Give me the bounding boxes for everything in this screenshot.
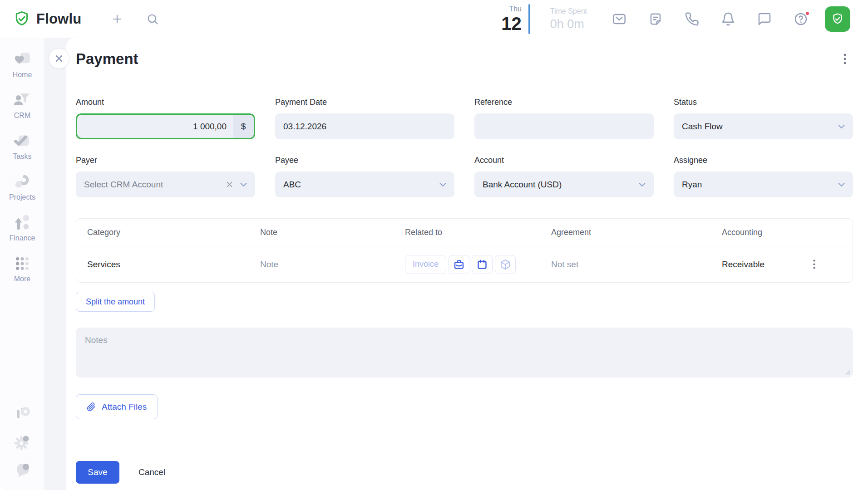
payee-value: ABC bbox=[283, 180, 301, 190]
page-title: Payment bbox=[76, 50, 138, 68]
agreement-cell[interactable]: Not set bbox=[551, 260, 722, 270]
payer-select[interactable]: Select CRM Account bbox=[76, 172, 255, 197]
calendar-day-widget[interactable]: Thu 12 bbox=[501, 5, 522, 33]
projects-icon bbox=[12, 172, 33, 192]
invoice-link-button[interactable]: Invoice bbox=[405, 255, 446, 274]
chat-icon[interactable] bbox=[757, 11, 772, 27]
form-footer: Save Cancel bbox=[66, 454, 868, 490]
status-label: Status bbox=[674, 98, 853, 107]
amount-label: Amount bbox=[76, 98, 255, 107]
payment-panel: Payment Amount Payment Date Reference St… bbox=[66, 38, 868, 490]
day-divider bbox=[528, 4, 530, 34]
sidebar-item-more[interactable]: More bbox=[0, 248, 44, 289]
table-row: Services Note Invoice bbox=[76, 246, 853, 282]
payment-date-label: Payment Date bbox=[275, 98, 454, 107]
weekday-label: Thu bbox=[501, 5, 522, 13]
payer-placeholder: Select CRM Account bbox=[84, 180, 163, 190]
brand-name: Flowlu bbox=[36, 11, 81, 27]
chevron-down-icon bbox=[639, 182, 646, 187]
status-select[interactable]: Cash Flow bbox=[674, 113, 853, 139]
workspace: Payment Amount Payment Date Reference St… bbox=[45, 38, 868, 490]
chevron-down-icon bbox=[240, 182, 247, 187]
clear-icon[interactable] bbox=[227, 181, 232, 187]
sidebar-label-projects: Projects bbox=[9, 193, 35, 201]
feedback-bubble-icon[interactable] bbox=[13, 460, 33, 480]
payment-date-input[interactable] bbox=[283, 122, 446, 132]
briefcase-icon bbox=[454, 259, 464, 270]
reference-label: Reference bbox=[474, 98, 654, 107]
chevron-down-icon bbox=[439, 182, 446, 187]
attach-files-button[interactable]: Attach Files bbox=[76, 394, 158, 419]
tasks-icon bbox=[12, 131, 33, 152]
app-frame: Flowlu Thu 12 Time Spent 0h 0m bbox=[0, 0, 868, 490]
payment-items-table: Category Note Related to Agreement Accou… bbox=[76, 218, 853, 283]
avatar-shield-icon bbox=[830, 12, 845, 26]
cancel-button[interactable]: Cancel bbox=[138, 467, 165, 477]
apps-brand-icon[interactable] bbox=[13, 404, 33, 424]
account-select[interactable]: Bank Account (USD) bbox=[474, 172, 654, 197]
assignee-value: Ryan bbox=[682, 180, 702, 190]
sidebar-item-finance[interactable]: Finance bbox=[0, 207, 44, 248]
sidebar-item-home[interactable]: Home bbox=[0, 44, 44, 84]
split-amount-button[interactable]: Split the amount bbox=[76, 292, 155, 312]
sidebar-label-tasks: Tasks bbox=[13, 152, 32, 161]
notes-textarea[interactable] bbox=[76, 328, 853, 377]
phone-icon[interactable] bbox=[684, 11, 700, 27]
sidebar-label-crm: CRM bbox=[14, 112, 30, 120]
panel-kebab-menu-icon[interactable] bbox=[837, 51, 853, 67]
bell-icon[interactable] bbox=[720, 11, 736, 27]
time-spent-widget[interactable]: Time Spent 0h 0m bbox=[550, 8, 587, 30]
chevron-down-icon bbox=[838, 124, 845, 129]
sidebar-label-more: More bbox=[14, 275, 30, 283]
col-header-category: Category bbox=[76, 228, 260, 237]
row-kebab-menu-icon[interactable] bbox=[807, 258, 821, 271]
flowlu-logo[interactable]: Flowlu bbox=[13, 10, 81, 28]
close-button[interactable] bbox=[49, 48, 69, 69]
col-header-agreement: Agreement bbox=[551, 228, 722, 237]
payer-label: Payer bbox=[76, 156, 255, 165]
create-plus-icon[interactable] bbox=[109, 11, 125, 27]
settings-gear-icon[interactable] bbox=[13, 432, 33, 452]
accounting-cell[interactable]: Receivable bbox=[722, 260, 775, 270]
col-header-related-to: Related to bbox=[405, 228, 551, 237]
save-button[interactable]: Save bbox=[76, 461, 119, 484]
sidebar-item-tasks[interactable]: Tasks bbox=[0, 125, 44, 166]
close-icon bbox=[55, 54, 63, 63]
related-to-cell: Invoice bbox=[405, 255, 551, 274]
top-header: Flowlu Thu 12 Time Spent 0h 0m bbox=[0, 0, 868, 38]
notes-icon[interactable] bbox=[648, 11, 663, 27]
time-spent-value: 0h 0m bbox=[550, 18, 587, 30]
col-header-note: Note bbox=[260, 228, 405, 237]
status-value: Cash Flow bbox=[682, 122, 723, 132]
mail-icon[interactable] bbox=[612, 11, 627, 27]
assignee-select[interactable]: Ryan bbox=[674, 172, 853, 197]
calendar-button[interactable] bbox=[472, 255, 493, 274]
amount-field: $ bbox=[76, 113, 255, 139]
briefcase-button[interactable] bbox=[449, 255, 469, 274]
more-icon bbox=[12, 253, 33, 274]
sidebar-item-crm[interactable]: CRM bbox=[0, 84, 44, 125]
product-cube-button[interactable] bbox=[495, 255, 516, 274]
search-icon[interactable] bbox=[145, 11, 160, 27]
account-value: Bank Account (USD) bbox=[483, 180, 562, 190]
help-icon[interactable] bbox=[793, 11, 809, 27]
reference-input[interactable] bbox=[483, 122, 646, 132]
help-notification-dot bbox=[805, 11, 810, 16]
finance-icon bbox=[12, 212, 33, 233]
time-spent-label: Time Spent bbox=[550, 8, 587, 15]
attach-files-label: Attach Files bbox=[102, 402, 147, 412]
home-icon bbox=[12, 49, 33, 70]
paperclip-icon bbox=[87, 402, 96, 412]
col-header-accounting: Accounting bbox=[722, 228, 775, 237]
sidebar: Home CRM Tasks bbox=[0, 38, 45, 490]
payee-select[interactable]: ABC bbox=[275, 172, 454, 197]
assignee-label: Assignee bbox=[674, 156, 853, 165]
amount-input[interactable] bbox=[77, 115, 233, 138]
category-cell[interactable]: Services bbox=[76, 260, 260, 270]
user-avatar[interactable] bbox=[825, 6, 850, 32]
note-cell[interactable]: Note bbox=[260, 260, 405, 270]
sidebar-item-projects[interactable]: Projects bbox=[0, 166, 44, 207]
currency-suffix[interactable]: $ bbox=[233, 115, 254, 138]
payee-label: Payee bbox=[275, 156, 454, 165]
sidebar-label-finance: Finance bbox=[10, 234, 35, 242]
